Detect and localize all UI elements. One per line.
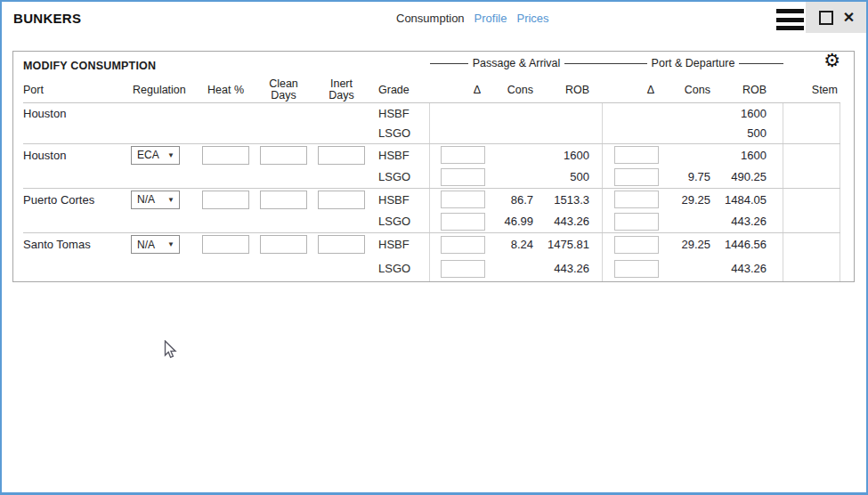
regulation-value: ECA <box>137 149 159 161</box>
close-icon[interactable]: ✕ <box>843 11 855 25</box>
inert-days-cell <box>318 144 378 166</box>
inert-days-input[interactable] <box>318 146 365 165</box>
clean-days-cell <box>260 103 318 124</box>
passage-delta-input[interactable] <box>441 236 485 254</box>
passage-delta-cell <box>429 103 486 124</box>
maximize-icon[interactable] <box>819 11 833 25</box>
top-bar: BUNKERS Consumption Profile Prices ✕ <box>2 2 866 39</box>
inert-days-input[interactable] <box>318 235 365 254</box>
passage-rob-value <box>536 103 602 124</box>
grade-label: HSBF <box>378 189 429 211</box>
modify-consumption-panel: MODIFY CONSUMPTION Passage & Arrival Por… <box>12 51 855 282</box>
port-delta-input[interactable] <box>614 191 659 208</box>
port-name: Santo Tomas <box>23 233 131 256</box>
port-delta-input[interactable] <box>614 168 659 186</box>
passage-rob-value: 1475.81 <box>536 233 602 256</box>
passage-cons-value: 8.24 <box>486 233 536 256</box>
regulation-select[interactable]: ECA ▼ <box>131 146 180 165</box>
port-cons-value <box>659 124 714 144</box>
heat-input[interactable] <box>202 191 249 209</box>
stem-cell <box>783 166 840 189</box>
window-title: BUNKERS <box>13 11 81 26</box>
clean-days-input[interactable] <box>260 191 307 209</box>
stem-cell <box>783 256 840 281</box>
clean-days-cell <box>260 144 318 166</box>
passage-delta-input[interactable] <box>441 213 485 231</box>
grade-label: HSBF <box>378 144 429 166</box>
chevron-down-icon: ▼ <box>167 240 174 248</box>
passage-cons-value: 86.7 <box>486 189 536 211</box>
port-row: Houston ECA ▼ HSBF 1600 1600 LSGO 500 9.… <box>23 143 840 188</box>
menu-icon[interactable] <box>776 9 804 30</box>
clean-days-input[interactable] <box>260 235 307 254</box>
consumption-rows: Houston HSBF 1600 LSGO 500 Houston ECA ▼ <box>23 103 840 281</box>
passage-delta-cell <box>429 256 486 281</box>
passage-cons-value <box>486 103 536 124</box>
stem-cell <box>783 189 840 211</box>
port-delta-cell <box>602 233 659 256</box>
regulation-cell: N/A ▼ <box>131 233 202 256</box>
col-header-inert: Inert Days <box>318 78 378 101</box>
port-cons-value <box>659 103 714 124</box>
passage-cons-value: 46.99 <box>486 211 536 233</box>
port-rob-value: 1484.05 <box>714 189 783 211</box>
passage-cons-value <box>486 166 536 189</box>
port-row: Houston HSBF 1600 LSGO 500 <box>23 103 840 143</box>
port-delta-input[interactable] <box>614 213 659 231</box>
passage-delta-cell <box>429 166 486 189</box>
mouse-cursor <box>164 340 178 360</box>
passage-rob-value: 1600 <box>536 144 602 166</box>
consumption-table: Port Regulation Heat % Clean Days Inert … <box>23 77 840 281</box>
port-delta-input[interactable] <box>614 260 659 278</box>
gear-icon[interactable]: ⚙ <box>823 49 840 72</box>
stem-cell <box>783 103 840 124</box>
col-header-port: Port <box>23 84 131 96</box>
col-header-heat: Heat % <box>202 85 260 96</box>
port-delta-cell <box>602 124 659 144</box>
port-cons-value: 29.25 <box>659 233 714 256</box>
regulation-select[interactable]: N/A ▼ <box>131 191 180 209</box>
port-delta-input[interactable] <box>614 146 659 164</box>
port-rob-value: 443.26 <box>714 211 783 233</box>
passage-delta-cell <box>429 211 486 233</box>
stem-cell <box>783 211 840 233</box>
heat-input[interactable] <box>202 235 249 254</box>
port-row: Puerto Cortes N/A ▼ HSBF 86.7 1513.3 29.… <box>23 188 840 232</box>
port-rob-value: 1446.56 <box>714 233 783 256</box>
heat-input[interactable] <box>202 146 249 165</box>
regulation-select[interactable]: N/A ▼ <box>131 235 180 254</box>
nav-consumption[interactable]: Consumption <box>396 12 465 25</box>
passage-rob-value: 500 <box>536 166 602 189</box>
clean-days-input[interactable] <box>260 146 307 165</box>
passage-rob-value: 443.26 <box>536 256 602 281</box>
port-delta-cell <box>602 103 659 124</box>
passage-delta-cell <box>429 144 486 166</box>
passage-rob-value: 443.26 <box>536 211 602 233</box>
passage-delta-cell <box>429 189 486 211</box>
grade-label: HSBF <box>378 103 429 124</box>
heat-cell <box>202 189 260 211</box>
port-rob-value: 500 <box>714 124 783 144</box>
nav-profile[interactable]: Profile <box>475 12 507 25</box>
col-header-passage-cons: Cons <box>486 84 536 96</box>
port-rob-value: 443.26 <box>714 256 783 281</box>
regulation-cell <box>131 103 202 124</box>
passage-cons-value <box>486 144 536 166</box>
nav-prices[interactable]: Prices <box>516 12 548 25</box>
passage-cons-value <box>486 124 536 144</box>
group-passage-arrival: Passage & Arrival <box>430 54 603 72</box>
stem-cell <box>783 233 840 256</box>
clean-days-cell <box>260 189 318 211</box>
passage-delta-input[interactable] <box>441 146 485 164</box>
passage-delta-input[interactable] <box>441 260 485 278</box>
menu-bar <box>776 26 804 30</box>
port-delta-input[interactable] <box>614 236 659 254</box>
inert-days-input[interactable] <box>318 191 365 209</box>
group-port-departure: Port & Departure <box>603 54 783 72</box>
top-nav: Consumption Profile Prices <box>396 12 549 25</box>
regulation-cell: N/A ▼ <box>131 189 202 211</box>
port-rob-value: 1600 <box>714 144 783 166</box>
passage-delta-input[interactable] <box>441 168 485 186</box>
passage-delta-input[interactable] <box>441 191 485 208</box>
grade-label: LSGO <box>378 211 429 233</box>
